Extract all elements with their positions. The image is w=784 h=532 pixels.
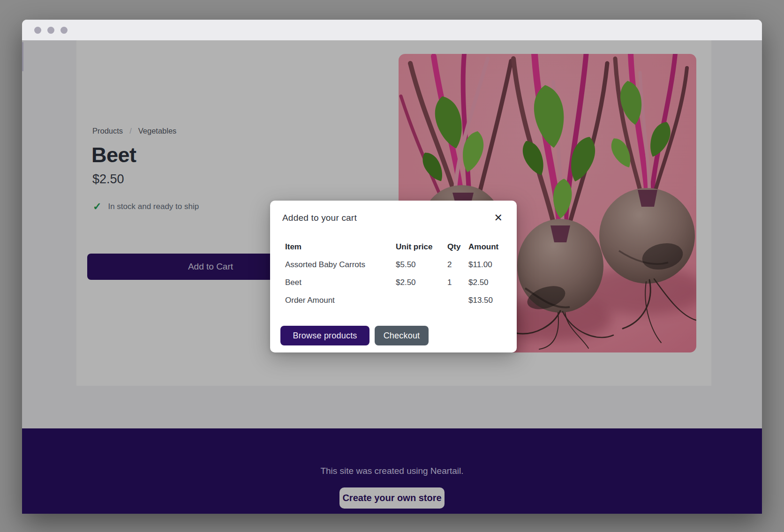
cell-item: Order Amount (285, 296, 396, 305)
modal-title: Added to your cart (282, 213, 357, 223)
modal-header: Added to your cart ✕ (282, 212, 505, 224)
cart-table: Item Unit price Qty Amount Assorted Baby… (282, 238, 505, 309)
cell-unit-price: $5.50 (396, 260, 447, 270)
checkout-button[interactable]: Checkout (375, 326, 429, 345)
cell-qty: 2 (447, 260, 468, 270)
window-titlebar (22, 20, 762, 40)
page-viewport: Products / Vegetables Beet $2.50 ✓ In st… (22, 40, 762, 514)
table-row: Assorted Baby Carrots $5.50 2 $11.00 (282, 256, 505, 274)
window-control-dot[interactable] (34, 27, 41, 34)
modal-buttons: Browse products Checkout (280, 326, 429, 345)
col-header-qty: Qty (447, 242, 468, 252)
browse-products-button[interactable]: Browse products (280, 326, 369, 345)
cart-table-header-row: Item Unit price Qty Amount (282, 238, 505, 256)
cell-amount: $11.00 (468, 260, 505, 270)
window-control-dot[interactable] (47, 27, 54, 34)
browser-window: Products / Vegetables Beet $2.50 ✓ In st… (22, 20, 762, 514)
cell-amount: $13.50 (468, 296, 505, 305)
cell-unit-price: $2.50 (396, 278, 447, 287)
col-header-amount: Amount (468, 242, 505, 252)
col-header-item: Item (285, 242, 396, 252)
table-row: Beet $2.50 1 $2.50 (282, 274, 505, 292)
cell-qty: 1 (447, 278, 468, 287)
close-icon[interactable]: ✕ (492, 212, 505, 224)
cell-item: Assorted Baby Carrots (285, 260, 396, 270)
window-control-dot[interactable] (60, 27, 68, 34)
cell-item: Beet (285, 278, 396, 287)
cell-amount: $2.50 (468, 278, 505, 287)
added-to-cart-modal: Added to your cart ✕ Item Unit price Qty… (270, 201, 517, 352)
screenshot-stage: Products / Vegetables Beet $2.50 ✓ In st… (0, 0, 784, 532)
col-header-unit-price: Unit price (396, 242, 447, 252)
table-row-total: Order Amount $13.50 (282, 292, 505, 309)
